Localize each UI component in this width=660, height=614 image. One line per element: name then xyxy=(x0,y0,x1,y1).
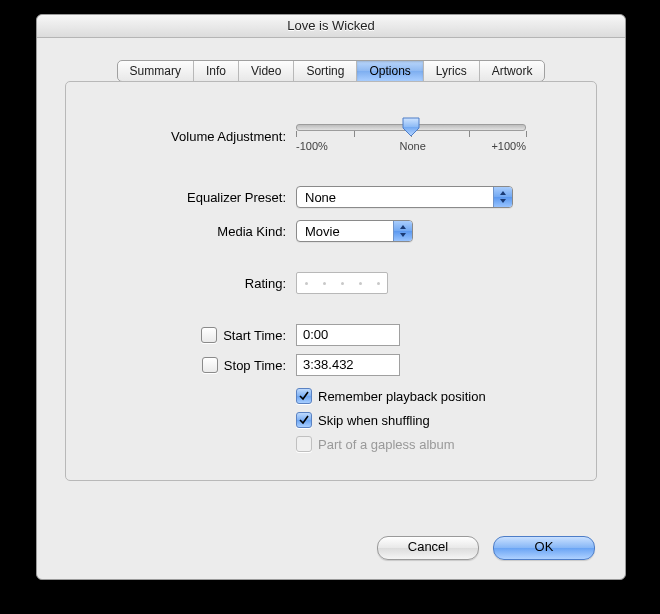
eq-label: Equalizer Preset: xyxy=(106,190,296,205)
rating-input[interactable] xyxy=(296,272,388,294)
start-time-checkbox[interactable] xyxy=(201,327,217,343)
rating-dot xyxy=(323,282,326,285)
tab-video[interactable]: Video xyxy=(239,61,294,81)
skip-label: Skip when shuffling xyxy=(318,413,430,428)
rating-dot xyxy=(359,282,362,285)
window-title: Love is Wicked xyxy=(37,15,625,38)
tab-bar: Summary Info Video Sorting Options Lyric… xyxy=(65,60,597,82)
skip-checkbox[interactable] xyxy=(296,412,312,428)
rating-dot xyxy=(305,282,308,285)
stop-time-label: Stop Time: xyxy=(224,358,286,373)
options-panel: Volume Adjustment: xyxy=(65,81,597,481)
slider-max-label: +100% xyxy=(491,140,526,152)
dialog-window: Love is Wicked Summary Info Video Sortin… xyxy=(36,14,626,580)
tab-options[interactable]: Options xyxy=(357,61,423,81)
media-label: Media Kind: xyxy=(106,224,296,239)
volume-slider[interactable]: -100% None +100% xyxy=(296,116,526,156)
remember-checkbox[interactable] xyxy=(296,388,312,404)
stop-time-input[interactable]: 3:38.432 xyxy=(296,354,400,376)
window-content: Summary Info Video Sorting Options Lyric… xyxy=(37,38,625,580)
tab-lyrics[interactable]: Lyrics xyxy=(424,61,480,81)
rating-dot xyxy=(377,282,380,285)
gapless-label: Part of a gapless album xyxy=(318,437,455,452)
eq-select[interactable]: None xyxy=(296,186,513,208)
tab-sorting[interactable]: Sorting xyxy=(294,61,357,81)
slider-min-label: -100% xyxy=(296,140,328,152)
ok-button[interactable]: OK xyxy=(493,536,595,560)
rating-label: Rating: xyxy=(106,276,296,291)
stop-time-checkbox[interactable] xyxy=(202,357,218,373)
dialog-buttons: Cancel OK xyxy=(377,536,595,560)
rating-dot xyxy=(341,282,344,285)
start-time-input[interactable]: 0:00 xyxy=(296,324,400,346)
tab-info[interactable]: Info xyxy=(194,61,239,81)
start-time-label: Start Time: xyxy=(223,328,286,343)
select-arrows-icon xyxy=(493,187,512,207)
slider-mid-label: None xyxy=(399,140,425,152)
media-value: Movie xyxy=(297,221,393,241)
remember-label: Remember playback position xyxy=(318,389,486,404)
slider-thumb[interactable] xyxy=(402,117,420,137)
eq-value: None xyxy=(297,187,493,207)
media-select[interactable]: Movie xyxy=(296,220,413,242)
tab-artwork[interactable]: Artwork xyxy=(480,61,545,81)
tab-summary[interactable]: Summary xyxy=(118,61,194,81)
gapless-checkbox xyxy=(296,436,312,452)
volume-label: Volume Adjustment: xyxy=(106,129,296,144)
select-arrows-icon xyxy=(393,221,412,241)
cancel-button[interactable]: Cancel xyxy=(377,536,479,560)
